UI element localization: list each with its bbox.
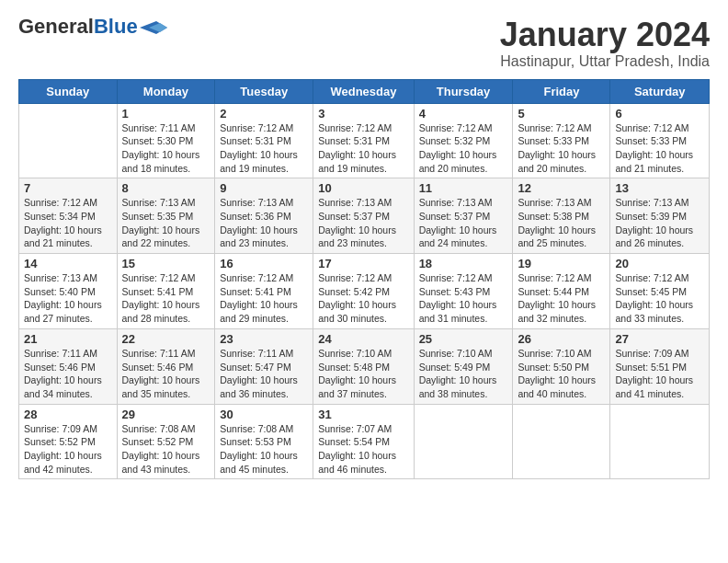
day-info: Sunrise: 7:13 AMSunset: 5:38 PMDaylight:…	[518, 196, 605, 250]
day-cell: 16Sunrise: 7:12 AMSunset: 5:41 PMDayligh…	[215, 254, 313, 329]
logo-icon	[140, 21, 167, 34]
day-number: 18	[419, 257, 508, 270]
calendar-subtitle: Hastinapur, Uttar Pradesh, India	[500, 53, 710, 70]
day-cell: 26Sunrise: 7:10 AMSunset: 5:50 PMDayligh…	[513, 328, 610, 404]
page: GeneralBlue January 2024 Hastinapur, Utt…	[0, 0, 728, 488]
day-info: Sunrise: 7:11 AMSunset: 5:47 PMDaylight:…	[220, 347, 308, 401]
day-number: 21	[24, 332, 112, 346]
day-number: 8	[122, 181, 210, 195]
day-cell: 1Sunrise: 7:11 AMSunset: 5:30 PMDaylight…	[117, 103, 215, 178]
day-cell: 5Sunrise: 7:12 AMSunset: 5:33 PMDaylight…	[513, 103, 610, 178]
day-cell: 4Sunrise: 7:12 AMSunset: 5:32 PMDaylight…	[414, 103, 513, 178]
weekday-header-sunday: Sunday	[19, 79, 118, 103]
day-cell: 27Sunrise: 7:09 AMSunset: 5:51 PMDayligh…	[610, 328, 710, 404]
day-number: 11	[419, 181, 508, 195]
day-info: Sunrise: 7:13 AMSunset: 5:36 PMDaylight:…	[220, 196, 308, 250]
day-info: Sunrise: 7:13 AMSunset: 5:35 PMDaylight:…	[122, 196, 210, 250]
day-number: 3	[318, 107, 408, 121]
day-cell: 30Sunrise: 7:08 AMSunset: 5:53 PMDayligh…	[215, 404, 313, 479]
day-number: 23	[220, 332, 308, 346]
day-number: 1	[122, 107, 210, 121]
day-cell	[414, 404, 513, 479]
day-cell	[19, 103, 118, 178]
day-number: 22	[122, 332, 210, 346]
weekday-header-thursday: Thursday	[414, 79, 513, 103]
day-info: Sunrise: 7:13 AMSunset: 5:40 PMDaylight:…	[24, 271, 112, 326]
weekday-header-saturday: Saturday	[610, 79, 710, 103]
day-info: Sunrise: 7:11 AMSunset: 5:46 PMDaylight:…	[24, 347, 112, 401]
day-cell: 23Sunrise: 7:11 AMSunset: 5:47 PMDayligh…	[215, 328, 313, 404]
week-row-2: 7Sunrise: 7:12 AMSunset: 5:34 PMDaylight…	[19, 178, 710, 254]
day-cell: 21Sunrise: 7:11 AMSunset: 5:46 PMDayligh…	[19, 328, 118, 404]
day-info: Sunrise: 7:09 AMSunset: 5:51 PMDaylight:…	[615, 347, 704, 401]
calendar-table: SundayMondayTuesdayWednesdayThursdayFrid…	[18, 79, 710, 480]
day-cell: 28Sunrise: 7:09 AMSunset: 5:52 PMDayligh…	[19, 404, 118, 479]
day-cell: 24Sunrise: 7:10 AMSunset: 5:48 PMDayligh…	[313, 328, 414, 404]
day-number: 26	[518, 332, 605, 346]
day-number: 24	[318, 332, 408, 346]
day-info: Sunrise: 7:12 AMSunset: 5:31 PMDaylight:…	[220, 121, 308, 176]
week-row-5: 28Sunrise: 7:09 AMSunset: 5:52 PMDayligh…	[19, 404, 710, 479]
day-info: Sunrise: 7:12 AMSunset: 5:44 PMDaylight:…	[518, 271, 605, 326]
day-number: 16	[220, 257, 308, 270]
day-number: 30	[220, 408, 308, 421]
day-info: Sunrise: 7:12 AMSunset: 5:33 PMDaylight:…	[615, 121, 704, 176]
day-number: 20	[615, 257, 704, 270]
day-number: 7	[24, 181, 112, 195]
day-info: Sunrise: 7:13 AMSunset: 5:37 PMDaylight:…	[318, 196, 408, 250]
day-cell: 17Sunrise: 7:12 AMSunset: 5:42 PMDayligh…	[313, 254, 414, 329]
logo-blue: Blue	[94, 15, 138, 38]
day-cell: 10Sunrise: 7:13 AMSunset: 5:37 PMDayligh…	[313, 178, 414, 254]
logo-general: General	[18, 15, 94, 38]
day-cell	[513, 404, 610, 479]
day-number: 13	[615, 181, 704, 195]
weekday-header-tuesday: Tuesday	[215, 79, 313, 103]
header: GeneralBlue January 2024 Hastinapur, Utt…	[18, 17, 710, 70]
day-info: Sunrise: 7:10 AMSunset: 5:48 PMDaylight:…	[318, 347, 408, 401]
day-cell: 13Sunrise: 7:13 AMSunset: 5:39 PMDayligh…	[610, 178, 710, 254]
day-number: 4	[419, 107, 508, 121]
day-number: 28	[24, 408, 112, 421]
day-info: Sunrise: 7:10 AMSunset: 5:50 PMDaylight:…	[518, 347, 605, 401]
day-cell: 31Sunrise: 7:07 AMSunset: 5:54 PMDayligh…	[313, 404, 414, 479]
day-cell: 19Sunrise: 7:12 AMSunset: 5:44 PMDayligh…	[513, 254, 610, 329]
weekday-header-friday: Friday	[513, 79, 610, 103]
day-number: 27	[615, 332, 704, 346]
day-info: Sunrise: 7:08 AMSunset: 5:52 PMDaylight:…	[122, 422, 210, 477]
day-info: Sunrise: 7:12 AMSunset: 5:45 PMDaylight:…	[615, 271, 704, 326]
logo: GeneralBlue	[18, 17, 167, 37]
day-info: Sunrise: 7:12 AMSunset: 5:34 PMDaylight:…	[24, 196, 112, 250]
title-block: January 2024 Hastinapur, Uttar Pradesh, …	[500, 17, 710, 70]
day-cell: 18Sunrise: 7:12 AMSunset: 5:43 PMDayligh…	[414, 254, 513, 329]
day-info: Sunrise: 7:08 AMSunset: 5:53 PMDaylight:…	[220, 422, 308, 477]
day-info: Sunrise: 7:07 AMSunset: 5:54 PMDaylight:…	[318, 422, 408, 477]
day-cell: 22Sunrise: 7:11 AMSunset: 5:46 PMDayligh…	[117, 328, 215, 404]
day-cell: 2Sunrise: 7:12 AMSunset: 5:31 PMDaylight…	[215, 103, 313, 178]
day-info: Sunrise: 7:12 AMSunset: 5:42 PMDaylight:…	[318, 271, 408, 326]
day-info: Sunrise: 7:12 AMSunset: 5:41 PMDaylight:…	[122, 271, 210, 326]
day-cell: 29Sunrise: 7:08 AMSunset: 5:52 PMDayligh…	[117, 404, 215, 479]
day-info: Sunrise: 7:13 AMSunset: 5:39 PMDaylight:…	[615, 196, 704, 250]
day-cell: 7Sunrise: 7:12 AMSunset: 5:34 PMDaylight…	[19, 178, 118, 254]
day-cell: 25Sunrise: 7:10 AMSunset: 5:49 PMDayligh…	[414, 328, 513, 404]
day-cell: 6Sunrise: 7:12 AMSunset: 5:33 PMDaylight…	[610, 103, 710, 178]
logo-text: GeneralBlue	[18, 17, 138, 37]
day-cell: 9Sunrise: 7:13 AMSunset: 5:36 PMDaylight…	[215, 178, 313, 254]
day-number: 29	[122, 408, 210, 421]
calendar-title: January 2024	[500, 17, 710, 53]
day-cell: 8Sunrise: 7:13 AMSunset: 5:35 PMDaylight…	[117, 178, 215, 254]
day-number: 6	[615, 107, 704, 121]
day-cell: 15Sunrise: 7:12 AMSunset: 5:41 PMDayligh…	[117, 254, 215, 329]
day-cell: 20Sunrise: 7:12 AMSunset: 5:45 PMDayligh…	[610, 254, 710, 329]
day-number: 12	[518, 181, 605, 195]
week-row-1: 1Sunrise: 7:11 AMSunset: 5:30 PMDaylight…	[19, 103, 710, 178]
day-number: 5	[518, 107, 605, 121]
weekday-header-wednesday: Wednesday	[313, 79, 414, 103]
day-number: 15	[122, 257, 210, 270]
day-number: 9	[220, 181, 308, 195]
day-number: 25	[419, 332, 508, 346]
day-number: 10	[318, 181, 408, 195]
day-number: 31	[318, 408, 408, 421]
day-number: 19	[518, 257, 605, 270]
day-info: Sunrise: 7:12 AMSunset: 5:33 PMDaylight:…	[518, 121, 605, 176]
